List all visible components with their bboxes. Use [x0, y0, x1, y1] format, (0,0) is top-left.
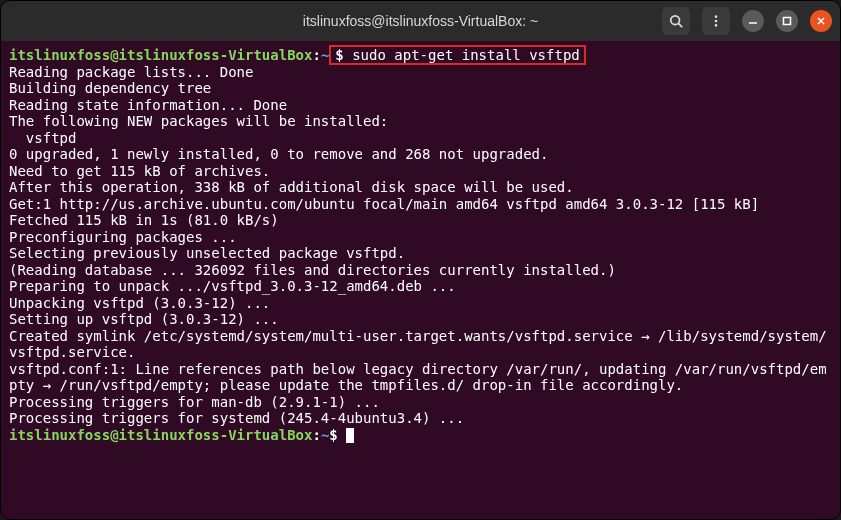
terminal-window: itslinuxfoss@itslinuxfoss-VirtualBox: ~ …	[0, 0, 841, 520]
maximize-button[interactable]	[776, 10, 798, 32]
prompt-colon: :	[312, 47, 320, 63]
svg-point-3	[715, 20, 718, 23]
cursor	[346, 428, 354, 443]
prompt-line-1: itslinuxfoss@itslinuxfoss-VirtualBox:~$ …	[9, 45, 586, 65]
search-icon	[669, 14, 683, 28]
prompt-dollar: $	[329, 427, 346, 443]
minimize-icon	[748, 16, 758, 26]
prompt-colon: :	[312, 427, 320, 443]
command-text: sudo apt-get install vsftpd	[352, 47, 580, 63]
terminal-body[interactable]: itslinuxfoss@itslinuxfoss-VirtualBox:~$ …	[1, 41, 840, 519]
close-icon	[816, 16, 826, 26]
prompt-line-2: itslinuxfoss@itslinuxfoss-VirtualBox:~$	[9, 427, 346, 443]
maximize-icon	[782, 16, 792, 26]
terminal-output: Reading package lists... Done Building d…	[9, 64, 827, 427]
menu-icon	[709, 14, 723, 28]
command-highlight: $ sudo apt-get install vsftpd	[329, 45, 585, 65]
prompt-user: itslinuxfoss@itslinuxfoss-VirtualBox	[9, 427, 312, 443]
menu-button[interactable]	[702, 7, 730, 35]
window-title: itslinuxfoss@itslinuxfoss-VirtualBox: ~	[303, 13, 538, 29]
minimize-button[interactable]	[742, 10, 764, 32]
prompt-user: itslinuxfoss@itslinuxfoss-VirtualBox	[9, 47, 312, 63]
svg-point-0	[671, 16, 680, 25]
prompt-dollar: $	[335, 47, 352, 63]
close-button[interactable]	[810, 10, 832, 32]
svg-rect-6	[784, 18, 791, 25]
svg-line-1	[679, 24, 683, 28]
titlebar-controls	[662, 7, 832, 35]
svg-point-4	[715, 24, 718, 27]
svg-point-2	[715, 15, 718, 18]
search-button[interactable]	[662, 7, 690, 35]
titlebar[interactable]: itslinuxfoss@itslinuxfoss-VirtualBox: ~	[1, 1, 840, 41]
